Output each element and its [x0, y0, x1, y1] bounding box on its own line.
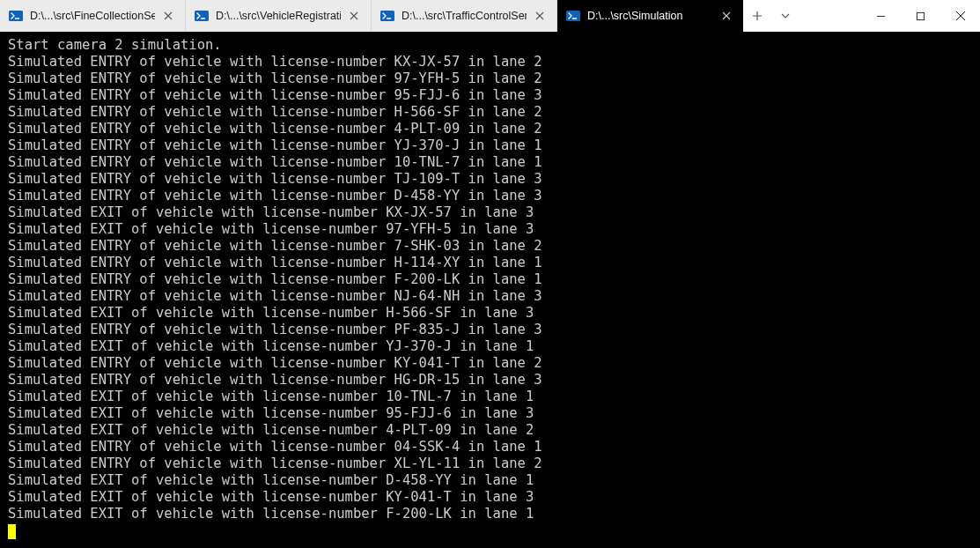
- terminal-line: Simulated ENTRY of vehicle with license-…: [8, 137, 972, 154]
- close-tab-button[interactable]: [718, 8, 734, 24]
- terminal-line: Simulated EXIT of vehicle with license-n…: [8, 422, 972, 439]
- close-tab-button[interactable]: [160, 8, 176, 24]
- powershell-icon: [380, 9, 394, 23]
- new-tab-button[interactable]: [743, 0, 771, 32]
- close-tab-button[interactable]: [532, 8, 548, 24]
- terminal-line: Simulated EXIT of vehicle with license-n…: [8, 204, 972, 221]
- tab-label: D:\...\src\TrafficControlServi: [402, 10, 527, 22]
- svg-rect-9: [917, 12, 924, 19]
- terminal-line: Simulated ENTRY of vehicle with license-…: [8, 104, 972, 121]
- tab-label: D:\...\src\Simulation: [587, 10, 713, 22]
- powershell-icon: [566, 9, 580, 23]
- terminal-line: Simulated ENTRY of vehicle with license-…: [8, 188, 972, 204]
- window-controls: [861, 0, 980, 32]
- terminal-line: Simulated EXIT of vehicle with license-n…: [8, 389, 972, 405]
- terminal-line: Simulated ENTRY of vehicle with license-…: [8, 372, 972, 389]
- terminal-line: Simulated EXIT of vehicle with license-n…: [8, 506, 972, 522]
- close-tab-button[interactable]: [346, 8, 362, 24]
- terminal-line: Simulated ENTRY of vehicle with license-…: [8, 439, 972, 455]
- terminal-line: Simulated ENTRY of vehicle with license-…: [8, 322, 972, 338]
- tab-simulation[interactable]: D:\...\src\Simulation: [557, 0, 743, 32]
- terminal-line: Start camera 2 simulation.: [8, 37, 972, 54]
- tab-dropdown-button[interactable]: [771, 0, 799, 32]
- tab-traffic-control[interactable]: D:\...\src\TrafficControlServi: [372, 0, 557, 32]
- terminal-line: Simulated ENTRY of vehicle with license-…: [8, 121, 972, 137]
- terminal-line: Simulated ENTRY of vehicle with license-…: [8, 154, 972, 171]
- svg-rect-0: [9, 11, 23, 21]
- terminal-line: Simulated EXIT of vehicle with license-n…: [8, 405, 972, 422]
- minimize-button[interactable]: [861, 0, 901, 32]
- maximize-button[interactable]: [901, 0, 940, 32]
- terminal-line: Simulated ENTRY of vehicle with license-…: [8, 238, 972, 255]
- terminal-line: Simulated ENTRY of vehicle with license-…: [8, 288, 972, 305]
- svg-rect-4: [380, 11, 394, 21]
- terminal-line: Simulated EXIT of vehicle with license-n…: [8, 472, 972, 489]
- terminal-line: Simulated ENTRY of vehicle with license-…: [8, 255, 972, 271]
- svg-rect-6: [566, 11, 580, 21]
- tab-strip: D:\...\src\FineCollectionServ D:\...\src…: [0, 0, 743, 32]
- tab-actions: [743, 0, 799, 32]
- terminal-line: Simulated EXIT of vehicle with license-n…: [8, 489, 972, 506]
- terminal-line: Simulated EXIT of vehicle with license-n…: [8, 305, 972, 322]
- terminal-line: Simulated EXIT of vehicle with license-n…: [8, 338, 972, 355]
- titlebar-drag-area[interactable]: [799, 0, 861, 32]
- terminal-line: Simulated EXIT of vehicle with license-n…: [8, 221, 972, 238]
- terminal-line: Simulated ENTRY of vehicle with license-…: [8, 70, 972, 87]
- tab-label: D:\...\src\FineCollectionServ: [30, 10, 155, 22]
- terminal-cursor: [8, 524, 16, 539]
- terminal-output[interactable]: Start camera 2 simulation.Simulated ENTR…: [0, 32, 980, 548]
- powershell-icon: [9, 9, 23, 23]
- terminal-line: Simulated ENTRY of vehicle with license-…: [8, 271, 972, 288]
- tab-fine-collection[interactable]: D:\...\src\FineCollectionServ: [0, 0, 186, 32]
- tab-label: D:\...\src\VehicleRegistration: [216, 10, 341, 22]
- terminal-line: Simulated ENTRY of vehicle with license-…: [8, 455, 972, 472]
- close-window-button[interactable]: [940, 0, 980, 32]
- titlebar: D:\...\src\FineCollectionServ D:\...\src…: [0, 0, 980, 32]
- terminal-line: Simulated ENTRY of vehicle with license-…: [8, 171, 972, 188]
- terminal-line: Simulated ENTRY of vehicle with license-…: [8, 54, 972, 70]
- tab-vehicle-registration[interactable]: D:\...\src\VehicleRegistration: [186, 0, 372, 32]
- terminal-line: Simulated ENTRY of vehicle with license-…: [8, 87, 972, 104]
- powershell-icon: [195, 9, 209, 23]
- terminal-line: Simulated ENTRY of vehicle with license-…: [8, 355, 972, 372]
- svg-rect-2: [195, 11, 209, 21]
